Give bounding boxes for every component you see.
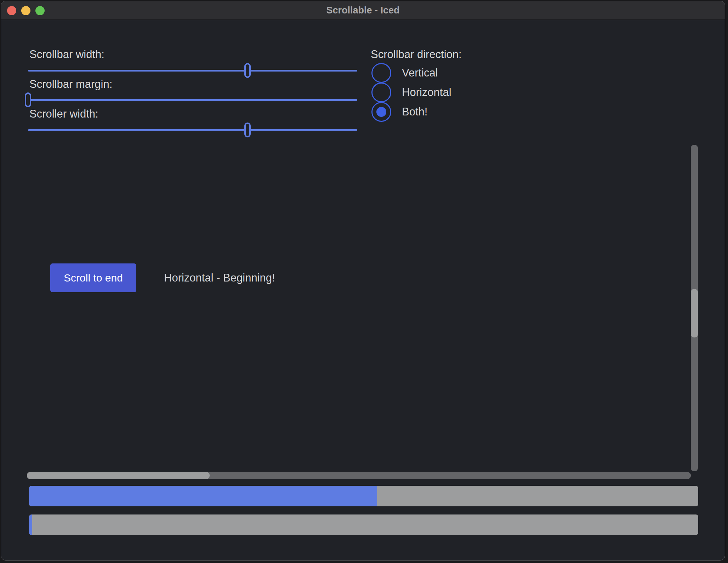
app-window: Scrollable - Iced Scrollbar width: Scrol… — [1, 1, 725, 561]
scrollbar-direction-label: Scrollbar direction: — [371, 47, 462, 62]
radio-dot — [376, 107, 386, 117]
progress-fill — [29, 486, 377, 506]
scrollbar-width-slider[interactable] — [28, 63, 357, 78]
vertical-scrollbar-track[interactable] — [691, 145, 698, 471]
screen: Scrollable - Iced Scrollbar width: Scrol… — [0, 0, 728, 563]
horizontal-scrollbar-thumb[interactable] — [27, 472, 210, 479]
scrollbar-margin-slider[interactable] — [28, 92, 357, 108]
slider-rail[interactable] — [28, 99, 357, 101]
scrollbar-width-label: Scrollbar width: — [29, 47, 104, 62]
content-area: Scrollbar width: Scrollbar margin: Scrol… — [1, 20, 725, 560]
radio-option-horizontal[interactable]: Horizontal — [371, 83, 451, 102]
vertical-progress-bar — [29, 514, 698, 535]
window-title: Scrollable - Iced — [1, 1, 725, 19]
slider-rail[interactable] — [28, 129, 357, 131]
titlebar[interactable]: Scrollable - Iced — [1, 1, 725, 20]
radio-circle[interactable] — [371, 63, 391, 83]
scroller-width-label: Scroller width: — [29, 107, 98, 121]
scrollbar-margin-label: Scrollbar margin: — [29, 77, 112, 91]
horizontal-progress-bar — [29, 486, 698, 506]
slider-handle[interactable] — [244, 63, 251, 78]
radio-label[interactable]: Horizontal — [402, 86, 451, 99]
scroller-width-slider[interactable] — [28, 122, 357, 138]
horizontal-scrollbar-track[interactable] — [27, 472, 691, 479]
vertical-scrollbar-thumb[interactable] — [691, 289, 698, 337]
progress-fill — [29, 514, 32, 535]
radio-option-vertical[interactable]: Vertical — [371, 63, 438, 83]
radio-label[interactable]: Both! — [402, 106, 427, 118]
radio-label[interactable]: Vertical — [402, 67, 438, 79]
radio-circle[interactable] — [371, 102, 391, 122]
slider-handle[interactable] — [25, 92, 31, 107]
scroll-status-text: Horizontal - Beginning! — [164, 263, 275, 292]
radio-circle[interactable] — [371, 83, 391, 102]
slider-handle[interactable] — [244, 123, 251, 137]
slider-rail[interactable] — [28, 70, 357, 72]
radio-option-both[interactable]: Both! — [371, 102, 427, 122]
scroll-to-end-button[interactable]: Scroll to end — [50, 263, 136, 292]
